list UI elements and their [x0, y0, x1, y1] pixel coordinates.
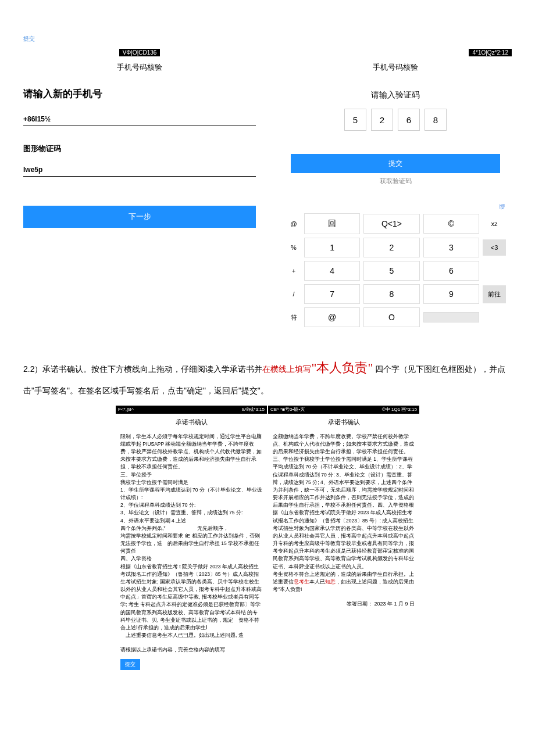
keypad-sym-2[interactable]: +	[285, 267, 302, 274]
doc1-status: F<*,(B^ 9/®戒*3:15	[116, 406, 267, 414]
keypad-key-0[interactable]: O	[363, 307, 419, 327]
keypad: @ 回 Q<1> © xz % 1 2 3 <3 + 4 5 6 /	[279, 213, 512, 327]
keypad-key-6[interactable]: 6	[423, 261, 479, 281]
left-status-bar: VΦ|O|CD136	[119, 49, 160, 56]
keypad-key-r0c0[interactable]: 回	[304, 213, 360, 234]
doc1-footer: 请根据以上承诺书内容，完善空格内容的填写	[116, 642, 267, 659]
keypad-sym-4[interactable]: 符	[285, 313, 302, 322]
keypad-go[interactable]: 前往	[483, 285, 506, 303]
doc1-status-left: F<*,(B^	[118, 406, 134, 413]
doc2-status-left: CB^ *■号0•破•灭	[270, 406, 305, 413]
phone-input-value[interactable]: +86I15½	[23, 115, 256, 123]
keypad-action-0[interactable]: xz	[483, 216, 506, 232]
right-phone-screen: 4*1O|Qz*2:12 手机号码核验 请输入验证码 5 2 6 8 提交 获取…	[279, 48, 512, 331]
captcha-underline	[23, 176, 256, 177]
code-digit-4[interactable]: 8	[425, 109, 447, 131]
captcha-input-value[interactable]: Iwe5p	[23, 166, 256, 174]
doc1-body[interactable]: 限制，学生本人必须于每年学校规定时间，通过学生平台电脑端或学起 PIUSAPP …	[116, 431, 267, 642]
document-screens-row: F<*,(B^ 9/®戒*3:15 承诺书确认 限制，学生本人必须于每年学校规定…	[23, 406, 512, 670]
doc1-title: 承诺书确认	[116, 414, 267, 431]
top-submit-label: 提交	[23, 35, 512, 43]
keypad-sym-3[interactable]: /	[285, 291, 302, 298]
instruction-paragraph: 2.2）承诺书确认。按住下方横线向上拖动，仔细阅读入学承诺书并在横线上填写"本人…	[23, 354, 512, 400]
get-code-link[interactable]: 获取验证码	[279, 177, 512, 185]
keypad-sym-0[interactable]: @	[285, 220, 302, 227]
instruction-red: 在横线上填写	[262, 364, 311, 374]
keypad-hint: 缨	[279, 203, 512, 211]
right-screen-title: 手机号码核验	[279, 62, 512, 73]
doc1-screen: F<*,(B^ 9/®戒*3:15 承诺书确认 限制，学生本人必须于每年学校规定…	[116, 406, 267, 670]
instruction-prefix: 2.2）承诺书确认。按住下方横线向上拖动，仔细阅读入学承诺书并	[23, 364, 262, 374]
keypad-key-7[interactable]: 7	[304, 284, 360, 304]
keypad-key-r0c2[interactable]: ©	[423, 214, 479, 234]
keypad-key-r0c1[interactable]: Q<1>	[363, 214, 419, 234]
doc2-sign-date: 签署日期： 2023 年 1 月 9 日	[268, 596, 419, 613]
keypad-key-8[interactable]: 8	[363, 284, 419, 304]
code-input-label: 请输入验证码	[279, 90, 512, 101]
doc2-body[interactable]: 全额缴纳当年学费，不跨年度收费。学校严禁任何校外教学点、机构或个人代收代缴学费；…	[268, 431, 419, 596]
keypad-key-3[interactable]: 3	[423, 238, 479, 257]
left-screen-title: 手机号码核验	[23, 62, 256, 73]
doc1-status-right: 9/®戒*3:15	[242, 406, 265, 413]
keypad-backspace[interactable]: <3	[483, 239, 506, 256]
keypad-key-2[interactable]: 2	[363, 238, 419, 257]
code-boxes: 5 2 6 8	[279, 109, 512, 131]
keypad-key-1[interactable]: 1	[304, 238, 360, 257]
doc2-title: 承诺书确认	[268, 414, 419, 431]
next-button[interactable]: 下一步	[23, 206, 256, 228]
keypad-sym-1[interactable]: %	[285, 244, 302, 251]
doc2-status-right: ©中 1Q1 画*3:15	[382, 406, 417, 413]
phone-screens-row: VΦ|O|CD136 手机号码核验 请输入新的手机号 +86I15½ 图形物证码…	[23, 48, 512, 331]
code-digit-3[interactable]: 6	[398, 109, 420, 131]
code-digit-1[interactable]: 5	[344, 109, 366, 131]
instruction-emphasis: "本人负责"	[311, 360, 373, 375]
keypad-key-4[interactable]: 4	[304, 261, 360, 281]
keypad-key-blank[interactable]	[423, 312, 479, 323]
captcha-label: 图形物证码	[23, 144, 256, 154]
submit-code-button[interactable]: 提交	[291, 154, 500, 173]
keypad-key-5[interactable]: 5	[363, 261, 419, 281]
phone-underline	[23, 126, 256, 126]
keypad-key-9[interactable]: 9	[423, 284, 479, 304]
code-digit-2[interactable]: 2	[371, 109, 393, 131]
keypad-key-at[interactable]: @	[304, 307, 360, 327]
right-status-bar: 4*1O|Qz*2:12	[469, 49, 512, 56]
doc2-status: CB^ *■号0•破•灭 ©中 1Q1 画*3:15	[268, 406, 419, 414]
new-phone-label: 请输入新的手机号	[23, 87, 256, 101]
doc1-submit-button[interactable]: 提交	[120, 659, 140, 671]
doc2-screen: CB^ *■号0•破•灭 ©中 1Q1 画*3:15 承诺书确认 全额缴纳当年学…	[268, 406, 419, 670]
left-phone-screen: VΦ|O|CD136 手机号码核验 请输入新的手机号 +86I15½ 图形物证码…	[23, 48, 256, 331]
